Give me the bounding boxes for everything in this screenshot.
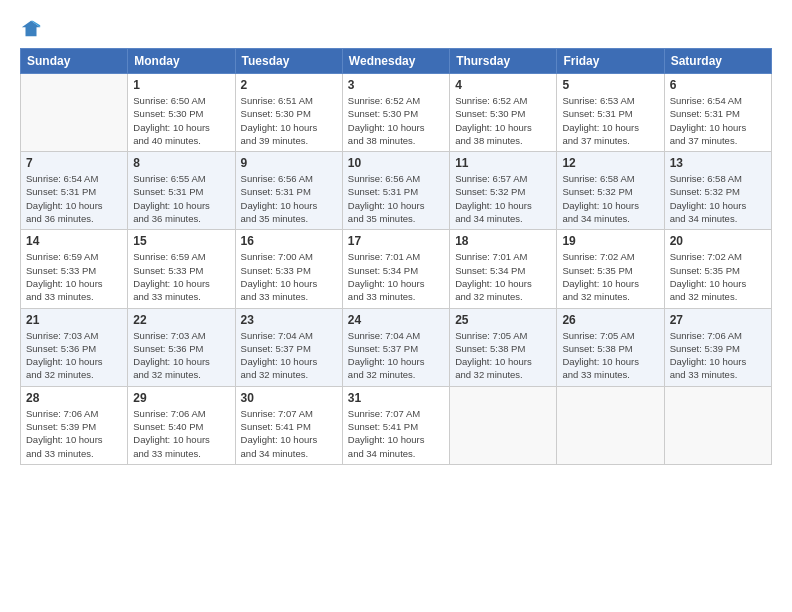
day-info: Sunrise: 6:57 AM Sunset: 5:32 PM Dayligh… [455,172,551,225]
calendar-cell: 13Sunrise: 6:58 AM Sunset: 5:32 PM Dayli… [664,152,771,230]
calendar-cell: 8Sunrise: 6:55 AM Sunset: 5:31 PM Daylig… [128,152,235,230]
svg-marker-0 [22,21,40,37]
day-info: Sunrise: 7:07 AM Sunset: 5:41 PM Dayligh… [241,407,337,460]
calendar-table: SundayMondayTuesdayWednesdayThursdayFrid… [20,48,772,465]
day-info: Sunrise: 6:58 AM Sunset: 5:32 PM Dayligh… [670,172,766,225]
day-number: 3 [348,78,444,92]
day-info: Sunrise: 7:04 AM Sunset: 5:37 PM Dayligh… [348,329,444,382]
day-info: Sunrise: 6:51 AM Sunset: 5:30 PM Dayligh… [241,94,337,147]
weekday-header: Monday [128,49,235,74]
day-info: Sunrise: 6:56 AM Sunset: 5:31 PM Dayligh… [348,172,444,225]
calendar-cell: 9Sunrise: 6:56 AM Sunset: 5:31 PM Daylig… [235,152,342,230]
day-info: Sunrise: 6:50 AM Sunset: 5:30 PM Dayligh… [133,94,229,147]
calendar-cell [664,386,771,464]
day-info: Sunrise: 7:01 AM Sunset: 5:34 PM Dayligh… [455,250,551,303]
calendar-cell: 28Sunrise: 7:06 AM Sunset: 5:39 PM Dayli… [21,386,128,464]
day-number: 19 [562,234,658,248]
calendar-cell: 10Sunrise: 6:56 AM Sunset: 5:31 PM Dayli… [342,152,449,230]
day-number: 1 [133,78,229,92]
day-info: Sunrise: 7:00 AM Sunset: 5:33 PM Dayligh… [241,250,337,303]
day-number: 5 [562,78,658,92]
day-info: Sunrise: 6:53 AM Sunset: 5:31 PM Dayligh… [562,94,658,147]
calendar-cell: 1Sunrise: 6:50 AM Sunset: 5:30 PM Daylig… [128,74,235,152]
calendar-cell: 3Sunrise: 6:52 AM Sunset: 5:30 PM Daylig… [342,74,449,152]
weekday-header: Tuesday [235,49,342,74]
day-number: 22 [133,313,229,327]
day-info: Sunrise: 6:58 AM Sunset: 5:32 PM Dayligh… [562,172,658,225]
day-info: Sunrise: 6:54 AM Sunset: 5:31 PM Dayligh… [670,94,766,147]
day-number: 16 [241,234,337,248]
day-info: Sunrise: 6:55 AM Sunset: 5:31 PM Dayligh… [133,172,229,225]
calendar-cell: 20Sunrise: 7:02 AM Sunset: 5:35 PM Dayli… [664,230,771,308]
calendar-cell: 2Sunrise: 6:51 AM Sunset: 5:30 PM Daylig… [235,74,342,152]
day-number: 9 [241,156,337,170]
day-number: 24 [348,313,444,327]
weekday-header: Friday [557,49,664,74]
day-info: Sunrise: 7:04 AM Sunset: 5:37 PM Dayligh… [241,329,337,382]
day-number: 20 [670,234,766,248]
day-number: 18 [455,234,551,248]
calendar-cell: 5Sunrise: 6:53 AM Sunset: 5:31 PM Daylig… [557,74,664,152]
day-info: Sunrise: 7:02 AM Sunset: 5:35 PM Dayligh… [562,250,658,303]
weekday-header: Thursday [450,49,557,74]
calendar-cell: 26Sunrise: 7:05 AM Sunset: 5:38 PM Dayli… [557,308,664,386]
day-info: Sunrise: 7:06 AM Sunset: 5:39 PM Dayligh… [26,407,122,460]
day-number: 27 [670,313,766,327]
day-number: 14 [26,234,122,248]
calendar-cell: 30Sunrise: 7:07 AM Sunset: 5:41 PM Dayli… [235,386,342,464]
calendar-cell: 18Sunrise: 7:01 AM Sunset: 5:34 PM Dayli… [450,230,557,308]
calendar-cell: 15Sunrise: 6:59 AM Sunset: 5:33 PM Dayli… [128,230,235,308]
header [20,18,772,40]
day-number: 17 [348,234,444,248]
calendar-cell: 21Sunrise: 7:03 AM Sunset: 5:36 PM Dayli… [21,308,128,386]
page-container: SundayMondayTuesdayWednesdayThursdayFrid… [0,0,792,612]
day-number: 25 [455,313,551,327]
calendar-cell: 12Sunrise: 6:58 AM Sunset: 5:32 PM Dayli… [557,152,664,230]
calendar-cell: 29Sunrise: 7:06 AM Sunset: 5:40 PM Dayli… [128,386,235,464]
calendar-cell: 6Sunrise: 6:54 AM Sunset: 5:31 PM Daylig… [664,74,771,152]
calendar-cell: 19Sunrise: 7:02 AM Sunset: 5:35 PM Dayli… [557,230,664,308]
day-number: 10 [348,156,444,170]
day-info: Sunrise: 7:01 AM Sunset: 5:34 PM Dayligh… [348,250,444,303]
weekday-header: Wednesday [342,49,449,74]
day-number: 7 [26,156,122,170]
calendar-cell: 14Sunrise: 6:59 AM Sunset: 5:33 PM Dayli… [21,230,128,308]
calendar-cell: 17Sunrise: 7:01 AM Sunset: 5:34 PM Dayli… [342,230,449,308]
day-info: Sunrise: 7:05 AM Sunset: 5:38 PM Dayligh… [562,329,658,382]
logo [20,18,44,40]
day-info: Sunrise: 6:52 AM Sunset: 5:30 PM Dayligh… [348,94,444,147]
day-number: 2 [241,78,337,92]
day-number: 12 [562,156,658,170]
calendar-cell [450,386,557,464]
day-number: 28 [26,391,122,405]
day-number: 8 [133,156,229,170]
day-info: Sunrise: 7:02 AM Sunset: 5:35 PM Dayligh… [670,250,766,303]
calendar-cell [557,386,664,464]
day-info: Sunrise: 6:59 AM Sunset: 5:33 PM Dayligh… [133,250,229,303]
weekday-header: Saturday [664,49,771,74]
day-info: Sunrise: 7:07 AM Sunset: 5:41 PM Dayligh… [348,407,444,460]
day-number: 11 [455,156,551,170]
day-number: 15 [133,234,229,248]
day-info: Sunrise: 7:06 AM Sunset: 5:39 PM Dayligh… [670,329,766,382]
day-info: Sunrise: 7:06 AM Sunset: 5:40 PM Dayligh… [133,407,229,460]
calendar-cell: 16Sunrise: 7:00 AM Sunset: 5:33 PM Dayli… [235,230,342,308]
day-info: Sunrise: 6:59 AM Sunset: 5:33 PM Dayligh… [26,250,122,303]
day-number: 31 [348,391,444,405]
calendar-cell: 31Sunrise: 7:07 AM Sunset: 5:41 PM Dayli… [342,386,449,464]
weekday-header: Sunday [21,49,128,74]
day-info: Sunrise: 6:56 AM Sunset: 5:31 PM Dayligh… [241,172,337,225]
day-number: 21 [26,313,122,327]
logo-icon [20,18,42,40]
calendar-cell: 25Sunrise: 7:05 AM Sunset: 5:38 PM Dayli… [450,308,557,386]
day-info: Sunrise: 6:54 AM Sunset: 5:31 PM Dayligh… [26,172,122,225]
day-info: Sunrise: 7:03 AM Sunset: 5:36 PM Dayligh… [26,329,122,382]
day-info: Sunrise: 7:05 AM Sunset: 5:38 PM Dayligh… [455,329,551,382]
calendar-cell: 11Sunrise: 6:57 AM Sunset: 5:32 PM Dayli… [450,152,557,230]
calendar-cell: 27Sunrise: 7:06 AM Sunset: 5:39 PM Dayli… [664,308,771,386]
day-number: 4 [455,78,551,92]
calendar-cell: 7Sunrise: 6:54 AM Sunset: 5:31 PM Daylig… [21,152,128,230]
day-number: 26 [562,313,658,327]
calendar-cell: 22Sunrise: 7:03 AM Sunset: 5:36 PM Dayli… [128,308,235,386]
day-number: 13 [670,156,766,170]
